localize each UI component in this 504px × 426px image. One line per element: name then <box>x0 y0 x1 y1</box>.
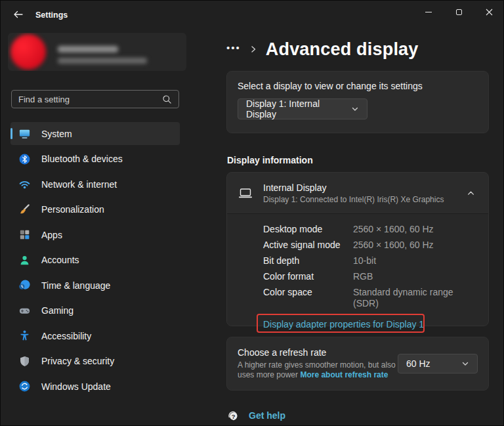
select-display-label: Select a display to view or change its s… <box>238 81 478 91</box>
maximize-button[interactable] <box>444 0 474 24</box>
back-arrow-icon <box>13 10 24 19</box>
minimize-icon <box>425 12 432 12</box>
get-help-link[interactable]: ? Get help <box>226 409 285 422</box>
back-button[interactable] <box>8 6 29 23</box>
shield-icon <box>18 355 31 368</box>
refresh-rate-description: A higher rate gives smoother motion, but… <box>238 360 396 380</box>
search-placeholder: Find a setting <box>18 95 162 104</box>
internal-display-title: Internal Display <box>263 182 453 193</box>
monitor-icon <box>18 127 31 140</box>
window-title: Settings <box>35 11 68 20</box>
sidebar-item-label: Apps <box>41 230 62 240</box>
bluetooth-icon <box>18 153 31 165</box>
select-display-card: Select a display to view or change its s… <box>226 71 489 133</box>
close-button[interactable] <box>474 0 504 24</box>
detail-row-active-signal-mode: Active signal mode 2560 × 1600, 60 Hz <box>263 237 475 253</box>
sidebar-item-time-language[interactable]: Time & language <box>10 274 180 297</box>
display-information-heading: Display information <box>227 155 313 165</box>
sidebar-item-label: Privacy & security <box>41 356 114 366</box>
chevron-up-icon <box>467 189 475 198</box>
sidebar-item-gaming[interactable]: Gaming <box>10 299 180 322</box>
titlebar: Settings <box>0 0 504 29</box>
refresh-rate-card: Choose a refresh rate A higher rate give… <box>226 337 489 391</box>
accessibility-icon <box>18 330 31 342</box>
sidebar-item-label: Personalization <box>41 204 104 215</box>
sidebar-item-accessibility[interactable]: Accessibility <box>10 324 180 347</box>
sidebar-item-label: Accounts <box>41 255 79 265</box>
wifi-icon <box>18 178 31 190</box>
user-email-redacted <box>58 58 147 64</box>
breadcrumb: ••• Advanced display <box>226 37 419 62</box>
display-select-value: Display 1: Internal Display <box>246 98 351 119</box>
avatar <box>10 34 46 70</box>
collapse-expander-button[interactable] <box>463 186 478 200</box>
update-icon <box>18 380 31 393</box>
svg-text:?: ? <box>232 413 236 420</box>
sidebar-item-label: Bluetooth & devices <box>41 154 123 164</box>
user-name-redacted <box>58 46 118 53</box>
sidebar-item-label: Windows Update <box>41 381 111 392</box>
minimize-button[interactable] <box>413 0 444 24</box>
gamepad-icon <box>18 305 31 317</box>
detail-row-color-format: Color format RGB <box>263 268 475 284</box>
person-icon <box>18 254 31 266</box>
sidebar-item-label: Accessibility <box>41 331 91 341</box>
sidebar-item-label: Gaming <box>41 305 74 316</box>
sidebar-item-network-internet[interactable]: Network & internet <box>10 173 180 196</box>
apps-icon <box>18 228 31 241</box>
sidebar-item-apps[interactable]: Apps <box>10 223 180 246</box>
display-select-dropdown[interactable]: Display 1: Internal Display <box>238 98 368 119</box>
user-profile[interactable] <box>8 33 186 71</box>
sidebar-nav: System Bluetooth & devices Network & int… <box>10 122 180 400</box>
sidebar-item-privacy-security[interactable]: Privacy & security <box>10 350 180 373</box>
maximize-icon <box>456 9 462 15</box>
sidebar-item-accounts[interactable]: Accounts <box>10 249 180 272</box>
sidebar-item-label: Network & internet <box>41 179 117 190</box>
sidebar-item-windows-update[interactable]: Windows Update <box>10 375 180 398</box>
help-icon: ? <box>226 409 240 422</box>
clock-icon <box>18 279 31 291</box>
sidebar-item-label: Time & language <box>41 280 110 291</box>
get-help-label: Get help <box>249 410 285 421</box>
refresh-rate-title: Choose a refresh rate <box>238 347 396 358</box>
sidebar-item-personalization[interactable]: Personalization <box>10 198 180 221</box>
close-icon <box>486 9 493 16</box>
sidebar-item-system[interactable]: System <box>10 122 180 145</box>
search-icon <box>162 95 172 104</box>
paintbrush-icon <box>18 203 31 216</box>
refresh-rate-value: 60 Hz <box>406 358 430 369</box>
display-adapter-properties-link[interactable]: Display adapter properties for Display 1 <box>263 319 424 330</box>
more-about-refresh-rate-link[interactable]: More about refresh rate <box>300 370 388 379</box>
chevron-down-icon <box>461 360 469 368</box>
breadcrumb-ellipsis-button[interactable]: ••• <box>226 42 241 57</box>
laptop-icon <box>238 185 253 201</box>
detail-row-color-space: Color space Standard dynamic range (SDR) <box>263 284 475 311</box>
display-details: Desktop mode 2560 × 1600, 60 Hz Active s… <box>227 213 488 326</box>
detail-row-desktop-mode: Desktop mode 2560 × 1600, 60 Hz <box>263 221 475 237</box>
sidebar-item-label: System <box>41 129 72 139</box>
display-information-card: Internal Display Display 1: Connected to… <box>226 172 489 326</box>
internal-display-subtitle: Display 1: Connected to Intel(R) Iris(R)… <box>263 195 453 204</box>
chevron-right-icon <box>249 45 257 53</box>
detail-row-bit-depth: Bit depth 10-bit <box>263 253 475 268</box>
sidebar-item-bluetooth-devices[interactable]: Bluetooth & devices <box>10 148 180 171</box>
page-title: Advanced display <box>266 39 419 60</box>
search-input[interactable]: Find a setting <box>11 90 179 108</box>
chevron-down-icon <box>351 105 359 113</box>
refresh-rate-dropdown[interactable]: 60 Hz <box>398 354 478 373</box>
internal-display-expander-header[interactable]: Internal Display Display 1: Connected to… <box>227 173 488 213</box>
